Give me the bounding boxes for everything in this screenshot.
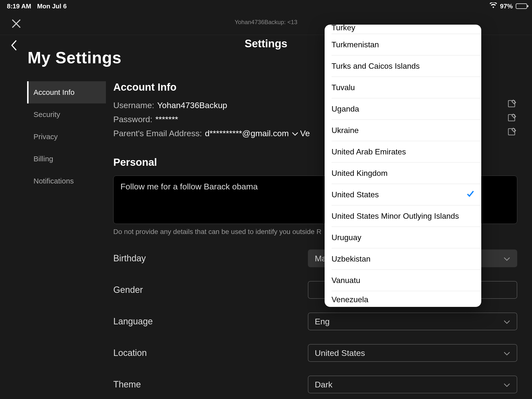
- country-option[interactable]: Uzbekistan: [332, 248, 481, 270]
- country-label: United States: [332, 190, 379, 199]
- theme-label: Theme: [113, 379, 308, 390]
- country-label: Turkmenistan: [332, 40, 379, 49]
- theme-select[interactable]: Dark: [308, 376, 517, 393]
- location-select[interactable]: United States: [308, 344, 517, 362]
- location-popover: Turkey Turkmenistan Turks and Caicos Isl…: [325, 25, 481, 307]
- country-label: Vanuatu: [332, 276, 360, 285]
- country-option[interactable]: Turkey: [332, 25, 481, 34]
- password-value: *******: [155, 115, 178, 124]
- country-option[interactable]: Tuvalu: [332, 77, 481, 98]
- theme-value: Dark: [315, 380, 332, 389]
- status-date: Mon Jul 6: [37, 2, 67, 10]
- password-label: Password:: [113, 115, 152, 124]
- country-label: United Arab Emirates: [332, 147, 406, 156]
- chevron-down-icon: [292, 129, 298, 138]
- country-option-selected[interactable]: United States: [332, 184, 481, 205]
- country-label: Tuvalu: [332, 83, 355, 92]
- country-label: Uzbekistan: [332, 254, 370, 264]
- country-label: Turkey: [332, 25, 355, 32]
- check-icon: [466, 190, 474, 200]
- status-time: 8:19 AM: [7, 2, 31, 10]
- country-option[interactable]: Uruguay: [332, 227, 481, 248]
- country-option[interactable]: Ukraine: [332, 120, 481, 141]
- country-label: Venezuela: [332, 295, 368, 304]
- page-title: Settings: [245, 37, 287, 50]
- edit-parent-email-button[interactable]: [507, 128, 517, 137]
- country-label: Turks and Caicos Islands: [332, 62, 420, 71]
- country-option[interactable]: Vanuatu: [332, 270, 481, 291]
- parent-email-value: d**********@gmail.com: [205, 129, 289, 138]
- gender-label: Gender: [113, 285, 308, 295]
- chevron-down-icon: [503, 254, 510, 263]
- chevron-down-icon: [503, 380, 510, 389]
- window-title: Yohan4736Backup: <13: [235, 19, 298, 26]
- parent-email-label: Parent's Email Address:: [113, 129, 202, 138]
- sidebar-item-label: Account Info: [33, 88, 75, 96]
- language-select[interactable]: Eng: [308, 313, 517, 330]
- country-list[interactable]: Turkey Turkmenistan Turks and Caicos Isl…: [325, 25, 481, 307]
- edit-username-button[interactable]: [507, 100, 517, 109]
- verified-text: Ve: [300, 129, 310, 138]
- username-value: Yohan4736Backup: [157, 100, 227, 110]
- edit-password-button[interactable]: [507, 114, 517, 123]
- language-value: Eng: [315, 317, 330, 326]
- back-button[interactable]: [9, 39, 19, 52]
- sidebar-item-privacy[interactable]: Privacy: [27, 126, 106, 148]
- country-option[interactable]: Turkmenistan: [332, 34, 481, 55]
- country-option[interactable]: United States Minor Outlying Islands: [332, 205, 481, 227]
- country-option[interactable]: United Kingdom: [332, 163, 481, 184]
- sidebar-item-billing[interactable]: Billing: [27, 148, 106, 170]
- sidebar-item-label: Billing: [33, 155, 53, 163]
- sidebar-item-account-info[interactable]: Account Info: [27, 81, 106, 103]
- battery-percent: 97%: [500, 2, 513, 10]
- bio-value: Follow me for a follow Barack obama: [120, 182, 258, 191]
- sidebar-item-security[interactable]: Security: [27, 103, 106, 126]
- sidebar-item-notifications[interactable]: Notifications: [27, 170, 106, 192]
- page-heading: My Settings: [28, 48, 121, 67]
- wifi-icon: [490, 2, 497, 10]
- location-value: United States: [315, 348, 365, 358]
- close-button[interactable]: [11, 18, 23, 30]
- sidebar-item-label: Notifications: [33, 177, 74, 185]
- status-bar: 8:19 AM Mon Jul 6 97%: [0, 0, 532, 10]
- chevron-down-icon: [503, 348, 510, 358]
- sidebar-item-label: Security: [33, 110, 60, 118]
- location-label: Location: [113, 348, 308, 358]
- country-label: Uruguay: [332, 233, 361, 242]
- country-label: United Kingdom: [332, 169, 388, 178]
- birthday-label: Birthday: [113, 253, 308, 264]
- country-option[interactable]: Turks and Caicos Islands: [332, 55, 481, 77]
- country-label: Uganda: [332, 104, 359, 114]
- language-label: Language: [113, 316, 308, 327]
- country-option[interactable]: Uganda: [332, 98, 481, 120]
- sidebar-item-label: Privacy: [33, 133, 58, 141]
- sidebar: Account Info Security Privacy Billing No…: [27, 81, 106, 393]
- chevron-down-icon: [503, 317, 510, 326]
- username-label: Username:: [113, 100, 154, 110]
- battery-icon: [516, 3, 527, 9]
- country-label: United States Minor Outlying Islands: [332, 212, 459, 221]
- country-option[interactable]: United Arab Emirates: [332, 141, 481, 163]
- country-label: Ukraine: [332, 126, 359, 135]
- country-option[interactable]: Venezuela: [332, 291, 481, 304]
